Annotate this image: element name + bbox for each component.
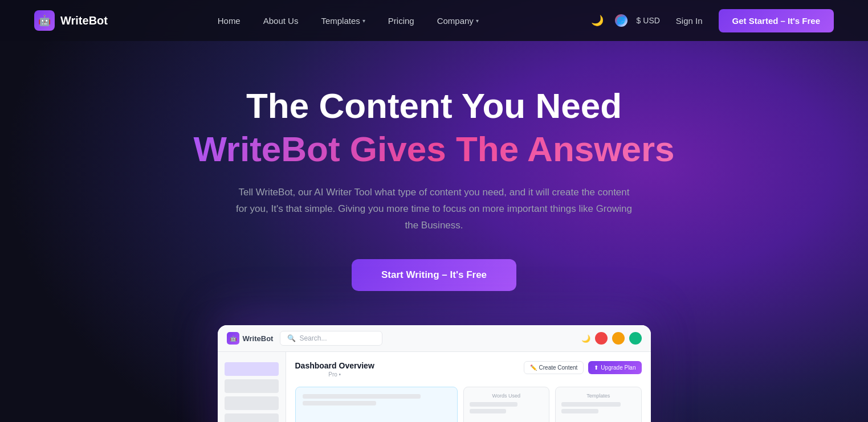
dashboard-header-buttons: ✏️ Create Content ⬆ Upgrade Plan — [524, 361, 642, 374]
moon-icon: 🌙 — [581, 334, 590, 343]
nav-item-home[interactable]: Home — [209, 11, 250, 30]
card-line-4 — [470, 409, 507, 413]
nav-item-templates[interactable]: Templates ▾ — [312, 11, 374, 30]
nav-link-pricing[interactable]: Pricing — [379, 11, 423, 30]
card-3-label: Templates — [561, 393, 635, 399]
currency-display[interactable]: $ USD — [637, 16, 660, 25]
hero-section: The Content You Need WriteBot Gives The … — [0, 41, 868, 422]
hero-title-line1: The Content You Need — [246, 87, 622, 125]
dashboard-body: Dashboard Overview Pro • ✏️ Create Conte… — [218, 352, 651, 422]
signin-button[interactable]: Sign In — [669, 11, 710, 30]
hero-title-line2: WriteBot Gives The Answers — [193, 130, 674, 169]
window-maximize-btn[interactable] — [629, 332, 642, 345]
sidebar-item-2[interactable] — [225, 379, 279, 393]
dashboard-brand: WriteBot — [243, 334, 274, 343]
language-selector[interactable]: 🌐 — [615, 14, 627, 27]
sidebar-item-4[interactable] — [225, 413, 279, 422]
dashboard-card-2: Words Used — [463, 387, 550, 422]
card-2-lines — [470, 402, 544, 413]
card-line-5 — [561, 402, 621, 407]
dashboard-main: Dashboard Overview Pro • ✏️ Create Conte… — [286, 352, 651, 422]
card-line-3 — [470, 402, 517, 407]
dashboard-title-group: Dashboard Overview Pro • — [295, 361, 374, 378]
start-writing-button[interactable]: Start Writing – It's Free — [352, 259, 516, 291]
card-line-1 — [303, 394, 421, 399]
logo-icon: 🤖 — [34, 10, 55, 31]
get-started-button[interactable]: Get Started – It's Free — [719, 9, 834, 32]
brand-name: WriteBot — [60, 14, 108, 27]
upgrade-icon: ⬆ — [594, 364, 598, 371]
dashboard-main-title: Dashboard Overview — [295, 361, 374, 370]
create-content-button[interactable]: ✏️ Create Content — [524, 361, 584, 374]
dashboard-sidebar — [218, 352, 286, 422]
dashboard-card-3: Templates — [555, 387, 642, 422]
search-icon: 🔍 — [287, 334, 296, 342]
window-minimize-btn[interactable] — [612, 332, 625, 345]
dashboard-preview: 🤖 WriteBot 🔍 Search... 🌙 — [218, 325, 651, 422]
upgrade-plan-button[interactable]: ⬆ Upgrade Plan — [588, 361, 641, 374]
nav-item-company[interactable]: Company ▾ — [428, 11, 488, 30]
company-dropdown-arrow: ▾ — [476, 18, 479, 24]
dashboard-topbar: 🤖 WriteBot 🔍 Search... 🌙 — [218, 325, 651, 352]
templates-dropdown-arrow: ▾ — [362, 18, 365, 24]
dashboard-topbar-actions: 🌙 — [581, 332, 642, 345]
nav-link-about[interactable]: About Us — [254, 11, 308, 30]
navbar: 🤖 WriteBot Home About Us Templates ▾ — [0, 0, 868, 41]
dashboard-logo: 🤖 WriteBot — [227, 332, 274, 345]
sidebar-item-1[interactable] — [225, 362, 279, 376]
dashboard-main-subtitle: Pro • — [295, 371, 374, 378]
dashboard-cards-row: Words Used Templates — [295, 387, 642, 422]
nav-item-pricing[interactable]: Pricing — [379, 11, 423, 30]
card-3-lines — [561, 402, 635, 413]
nav-item-about[interactable]: About Us — [254, 11, 308, 30]
dashboard-search[interactable]: 🔍 Search... — [280, 331, 382, 346]
card-line-6 — [561, 409, 598, 413]
card-2-label: Words Used — [470, 393, 544, 399]
dashboard-main-header: Dashboard Overview Pro • ✏️ Create Conte… — [295, 361, 642, 378]
window-close-btn[interactable] — [595, 332, 608, 345]
dashboard-logo-icon: 🤖 — [227, 332, 239, 345]
hero-subtitle: Tell WriteBot, our AI Writer Tool what t… — [235, 185, 634, 234]
big-card-lines — [303, 394, 450, 405]
nav-link-templates[interactable]: Templates ▾ — [312, 11, 374, 30]
create-icon: ✏️ — [530, 364, 537, 371]
search-placeholder: Search... — [299, 334, 327, 342]
logo[interactable]: 🤖 WriteBot — [34, 10, 108, 31]
sidebar-item-3[interactable] — [225, 396, 279, 410]
nav-link-company[interactable]: Company ▾ — [428, 11, 488, 30]
nav-link-home[interactable]: Home — [209, 11, 250, 30]
nav-links: Home About Us Templates ▾ Pricing — [209, 11, 488, 30]
dark-mode-toggle[interactable]: 🌙 — [589, 12, 606, 29]
navbar-actions: 🌙 🌐 $ USD Sign In Get Started – It's Fre… — [589, 9, 834, 32]
dashboard-big-card — [295, 387, 458, 422]
card-line-2 — [303, 401, 377, 405]
